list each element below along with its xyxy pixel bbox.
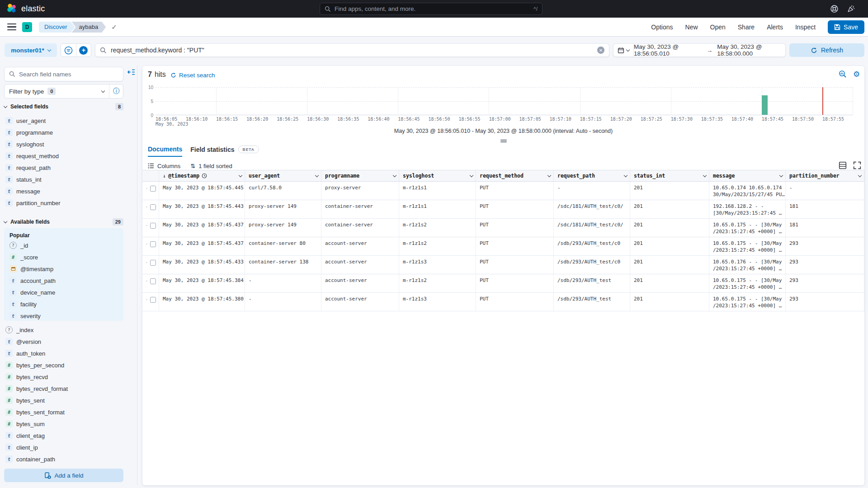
field-search-input[interactable]: Search field names xyxy=(4,67,123,81)
selected-field-user_agent[interactable]: tuser_agent xyxy=(4,115,123,127)
sidebar-resizer[interactable] xyxy=(137,66,137,485)
refresh-button[interactable]: Refresh xyxy=(789,43,864,57)
menu-hamburger-icon[interactable] xyxy=(7,23,16,30)
selected-field-programname[interactable]: tprogramname xyxy=(4,127,123,138)
menu-item-options[interactable]: Options xyxy=(651,23,673,31)
date-end[interactable]: May 30, 2023 @ 18:58:00.000 xyxy=(717,43,785,57)
column-header-message[interactable]: message xyxy=(709,170,786,181)
available-field-container_path[interactable]: tcontainer_path xyxy=(4,453,123,465)
expand-row-icon[interactable] xyxy=(146,297,147,302)
available-field-auth_token[interactable]: tauth_token xyxy=(4,347,123,359)
space-avatar[interactable]: D xyxy=(22,22,32,32)
popular-field-severity[interactable]: tseverity xyxy=(8,310,119,322)
breadcrumb-discover[interactable]: Discover xyxy=(39,22,75,33)
column-header-sysloghost[interactable]: sysloghost xyxy=(399,170,476,181)
popular-field-facility[interactable]: tfacility xyxy=(8,298,119,310)
histogram-plot[interactable] xyxy=(156,87,853,115)
collapse-sidebar-icon[interactable] xyxy=(127,68,135,76)
expand-row-icon[interactable] xyxy=(146,223,147,228)
popular-field-@timestamp[interactable]: @timestamp xyxy=(8,263,119,275)
expand-row-icon[interactable] xyxy=(146,204,147,210)
menu-item-open[interactable]: Open xyxy=(710,23,726,31)
global-search-input[interactable]: Find apps, content, and more. ^/ xyxy=(320,3,542,15)
columns-button[interactable]: Columns xyxy=(148,163,180,169)
selected-fields-header[interactable]: Selected fields 8 xyxy=(4,103,123,110)
query-input[interactable]: request_method.keyword : "PUT" ✕ xyxy=(95,43,609,57)
expand-row-icon[interactable] xyxy=(146,278,147,284)
available-field-bytes_recvd[interactable]: #bytes_recvd xyxy=(4,371,123,383)
inspect-chart-icon[interactable] xyxy=(839,70,847,79)
available-field-@version[interactable]: t@version xyxy=(4,336,123,347)
available-fields-header[interactable]: Available fields 29 xyxy=(4,218,123,225)
column-label: sysloghost xyxy=(403,173,434,179)
row-checkbox[interactable] xyxy=(150,278,156,284)
add-filter-button[interactable]: + xyxy=(76,44,91,56)
row-checkbox[interactable] xyxy=(150,186,156,192)
popular-field-_id[interactable]: ?_id xyxy=(8,239,119,251)
tab-documents[interactable]: Documents xyxy=(148,145,182,157)
row-checkbox[interactable] xyxy=(150,204,156,210)
selected-field-partition_number[interactable]: tpartition_number xyxy=(4,197,123,209)
fullscreen-icon[interactable] xyxy=(853,161,861,169)
column-header-request_path[interactable]: request_path xyxy=(554,170,630,181)
date-picker-menu-button[interactable] xyxy=(613,44,634,56)
saved-query-menu-button[interactable] xyxy=(61,44,76,56)
column-label: request_path xyxy=(557,173,595,179)
expand-row-icon[interactable] xyxy=(146,260,147,265)
available-field-_index[interactable]: ?_index xyxy=(4,324,123,336)
row-checkbox[interactable] xyxy=(150,241,156,247)
reset-search-link[interactable]: Reset search xyxy=(170,72,215,79)
available-field-bytes_sent_format[interactable]: #bytes_sent_format xyxy=(4,406,123,418)
clear-query-button[interactable]: ✕ xyxy=(597,47,604,54)
save-button[interactable]: Save xyxy=(828,20,864,34)
available-field-bytes_sum[interactable]: #bytes_sum xyxy=(4,418,123,430)
available-field-bytes_recvd_format[interactable]: #bytes_recvd_format xyxy=(4,383,123,394)
add-field-button[interactable]: Add a field xyxy=(4,469,123,482)
selected-field-message[interactable]: tmessage xyxy=(4,185,123,197)
menu-item-inspect[interactable]: Inspect xyxy=(795,23,816,31)
column-header-programname[interactable]: programname xyxy=(321,170,399,181)
help-lifering-icon[interactable] xyxy=(830,5,839,13)
sort-fields-button[interactable]: ⇅ 1 field sorted xyxy=(190,163,232,169)
row-checkbox[interactable] xyxy=(150,297,156,303)
available-field-client_ip[interactable]: tclient_ip xyxy=(4,441,123,453)
elastic-logo[interactable]: elastic xyxy=(6,3,45,14)
column-header-user_agent[interactable]: user_agent xyxy=(245,170,321,181)
menu-item-new[interactable]: New xyxy=(685,23,698,31)
table-row: May 30, 2023 @ 18:57:45.384-account-serv… xyxy=(142,274,864,293)
expand-row-icon[interactable] xyxy=(146,241,147,247)
available-field-client_etag[interactable]: tclient_etag xyxy=(4,430,123,441)
selected-field-sysloghost[interactable]: tsysloghost xyxy=(4,138,123,150)
selected-field-request_path[interactable]: trequest_path xyxy=(4,162,123,174)
popular-field-account_path[interactable]: taccount_path xyxy=(8,275,119,286)
histogram-bar[interactable] xyxy=(762,95,768,115)
column-header-request_method[interactable]: request_method xyxy=(476,170,554,181)
popular-field-device_name[interactable]: tdevice_name xyxy=(8,286,119,298)
selected-field-request_method[interactable]: trequest_method xyxy=(4,150,123,162)
popular-field-_score[interactable]: #_score xyxy=(8,251,119,263)
selected-field-status_int[interactable]: tstatus_int xyxy=(4,174,123,185)
column-header-partition_number[interactable]: partition_number xyxy=(786,170,864,181)
clock-icon xyxy=(202,173,207,178)
available-field-bytes_per_second[interactable]: #bytes_per_second xyxy=(4,359,123,371)
chart-resize-handle[interactable] xyxy=(500,139,507,143)
menu-item-alerts[interactable]: Alerts xyxy=(767,23,783,31)
column-header-timestamp[interactable]: ↓@timestamp xyxy=(159,170,245,181)
available-field-bytes_sent[interactable]: #bytes_sent xyxy=(4,394,123,406)
tab-field-statistics[interactable]: Field statistics BETA xyxy=(190,145,259,156)
display-options-icon[interactable] xyxy=(839,161,847,169)
column-header-status_int[interactable]: status_int xyxy=(630,170,709,181)
number-field-icon: # xyxy=(5,408,13,416)
date-start[interactable]: May 30, 2023 @ 18:56:05.010 xyxy=(634,43,702,57)
row-checkbox[interactable] xyxy=(150,223,156,229)
date-range-picker: May 30, 2023 @ 18:56:05.010 → May 30, 20… xyxy=(613,43,786,57)
chart-options-gear-icon[interactable]: ⚙ xyxy=(853,70,862,79)
field-filter-info-button[interactable]: ⓘ xyxy=(109,84,123,98)
row-checkbox[interactable] xyxy=(150,260,156,266)
data-view-picker[interactable]: monster01* xyxy=(5,43,57,57)
whats-new-popper-icon[interactable] xyxy=(847,5,855,13)
filter-by-type-button[interactable]: Filter by type 0 xyxy=(5,84,109,98)
menu-item-share[interactable]: Share xyxy=(738,23,755,31)
expand-row-icon[interactable] xyxy=(146,186,147,191)
breadcrumb-saved-search[interactable]: aybaba xyxy=(72,22,106,33)
